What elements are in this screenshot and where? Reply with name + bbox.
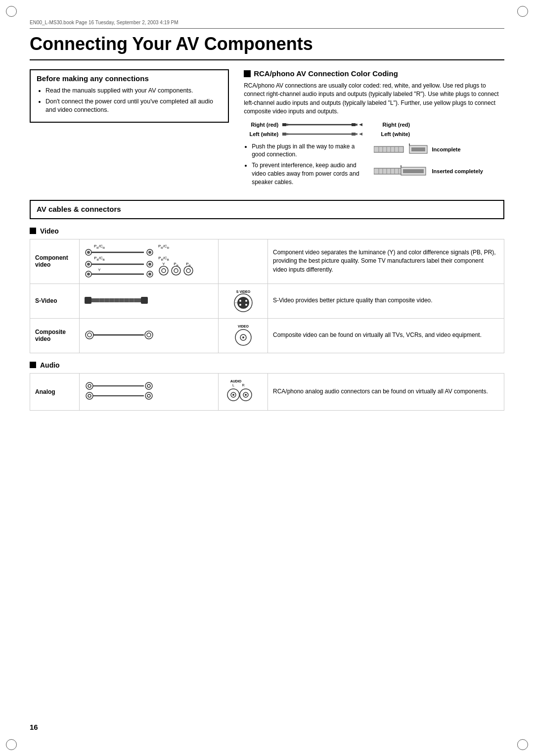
svideo-cable-svg	[85, 293, 213, 308]
svg-marker-11	[359, 133, 362, 136]
svideo-jack: S VIDEO	[219, 284, 268, 318]
svg-rect-0	[282, 123, 286, 126]
svg-rect-7	[286, 133, 288, 135]
svg-point-85	[147, 333, 151, 337]
svg-point-93	[145, 382, 152, 389]
svg-point-57	[162, 269, 166, 273]
composite-desc: Composite video can be found on virtuall…	[268, 318, 504, 353]
svg-point-39	[148, 251, 151, 254]
svg-rect-12	[374, 146, 403, 152]
composite-jack: VIDEO	[219, 318, 268, 353]
component-video-cable: PR/CR PR/CR PB/CB PB/CB	[80, 239, 219, 284]
list-item: Don't connect the power cord until you'v…	[45, 97, 222, 115]
top-section: Before making any connections Read the m…	[30, 69, 504, 189]
table-row: Compositevideo VIDEO	[30, 318, 504, 353]
rca-bullet-2: To prevent interference, keep audio and …	[252, 161, 363, 186]
svg-point-94	[147, 384, 150, 387]
component-video-label: Componentvideo	[30, 239, 80, 284]
page: EN00_L-MS30.book Page 16 Tuesday, Septem…	[0, 0, 534, 756]
svg-point-52	[148, 273, 151, 276]
svideo-label: S-Video	[30, 284, 80, 318]
svg-text:S VIDEO: S VIDEO	[236, 290, 250, 293]
svg-text:PB/CB: PB/CB	[94, 256, 104, 261]
right-red-right-label: Right (red)	[375, 122, 410, 128]
svg-point-95	[86, 392, 93, 399]
before-connections-list: Read the manuals supplied with your AV c…	[37, 87, 222, 115]
page-title: Connecting Your AV Components	[30, 34, 504, 60]
svg-point-90	[86, 382, 93, 389]
svg-marker-5	[359, 123, 362, 126]
video-subsection: Video Componentvideo PR/CR PR/CR	[30, 227, 504, 353]
svg-point-79	[245, 304, 247, 306]
svg-text:Y: Y	[98, 268, 101, 272]
svg-rect-19	[404, 147, 408, 151]
av-cables-heading: AV cables & connectors	[37, 205, 497, 213]
svg-text:VIDEO: VIDEO	[238, 325, 249, 328]
svg-point-108	[245, 394, 247, 396]
table-row: Analog	[30, 373, 504, 410]
incomplete-label: Incomplete	[432, 146, 461, 152]
svg-rect-23	[374, 168, 403, 174]
table-row: Componentvideo PR/CR PR/CR	[30, 239, 504, 284]
svg-point-91	[88, 384, 91, 387]
left-white-cable-svg	[282, 131, 371, 138]
rca-right-red-row: Right (red) Right (red)	[244, 121, 504, 128]
svg-point-75	[237, 297, 249, 309]
svg-text:L: L	[232, 383, 234, 387]
analog-cable	[80, 373, 219, 410]
inserted-plug-svg	[374, 164, 428, 178]
inserted-label: Inserted completely	[432, 168, 483, 174]
svg-rect-72	[141, 297, 148, 304]
svg-point-96	[88, 394, 91, 397]
svg-point-59	[174, 269, 178, 273]
svg-rect-63	[91, 298, 141, 302]
svg-rect-9	[352, 133, 356, 136]
left-white-left-label: Left (white)	[244, 131, 278, 137]
svg-point-61	[186, 269, 190, 273]
video-table: Componentvideo PR/CR PR/CR	[30, 239, 504, 353]
svg-text:PR/CR: PR/CR	[94, 244, 105, 249]
rca-icon	[244, 70, 251, 77]
registration-mark-br	[517, 739, 528, 750]
rca-cable-diagram: Right (red) Right (red)	[244, 121, 504, 138]
right-red-cable-svg	[282, 121, 371, 128]
svg-point-98	[145, 392, 152, 399]
svg-rect-3	[352, 123, 356, 126]
svideo-jack-svg: S VIDEO	[228, 288, 258, 313]
audio-table: Analog	[30, 373, 504, 411]
analog-desc: RCA/phono analog audio connectors can be…	[268, 373, 504, 410]
video-title: Video	[30, 227, 504, 235]
audio-title: Audio	[30, 361, 504, 369]
rca-bullet-1: Push the plugs in all the way to make a …	[252, 142, 363, 159]
svg-text:R: R	[242, 383, 244, 387]
before-connections-box: Before making any connections Read the m…	[30, 69, 229, 123]
analog-jack-svg: AUDIO L R	[226, 378, 261, 405]
rca-bullets-text: Push the plugs in all the way to make a …	[244, 142, 363, 189]
composite-jack-svg: VIDEO	[228, 323, 258, 347]
audio-icon	[30, 362, 36, 368]
page-number: 16	[30, 723, 38, 731]
right-red-left-label: Right (red)	[244, 122, 278, 128]
svg-text:Y: Y	[162, 262, 165, 266]
svg-text:PB/CB: PB/CB	[158, 256, 169, 261]
registration-mark-tl	[6, 6, 17, 17]
svg-rect-31	[403, 169, 424, 173]
file-info: EN00_L-MS30.book Page 16 Tuesday, Septem…	[30, 20, 504, 29]
analog-label: Analog	[30, 373, 80, 410]
svg-point-58	[172, 266, 180, 275]
svg-rect-6	[282, 133, 286, 136]
registration-mark-bl	[6, 739, 17, 750]
table-row: S-Video	[30, 284, 504, 318]
analog-jack: AUDIO L R	[219, 373, 268, 410]
rca-heading: RCA/phono AV Connection Color Coding	[244, 69, 504, 78]
svg-point-60	[184, 266, 193, 275]
before-connections-column: Before making any connections Read the m…	[30, 69, 229, 189]
inserted-plug: Inserted completely	[374, 164, 504, 178]
composite-cable	[80, 318, 219, 353]
svg-point-84	[145, 331, 153, 339]
svideo-desc: S-Video provides better picture quality …	[268, 284, 504, 318]
rca-body: RCA/phono AV connections are usually col…	[244, 82, 504, 116]
svg-rect-4	[356, 124, 357, 126]
svg-point-36	[87, 251, 90, 254]
component-video-desc: Component video separates the luminance …	[268, 239, 504, 284]
